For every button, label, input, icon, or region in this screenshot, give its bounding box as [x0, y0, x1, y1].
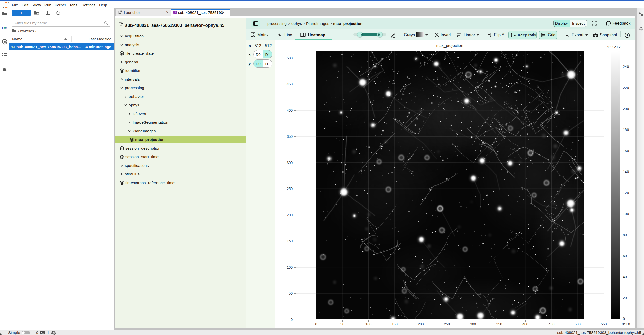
svg-text:?: ?	[626, 34, 628, 37]
svg-text:$_: $_	[41, 331, 44, 334]
svg-text:F: F	[5, 27, 7, 30]
svg-text:F: F	[14, 45, 15, 49]
